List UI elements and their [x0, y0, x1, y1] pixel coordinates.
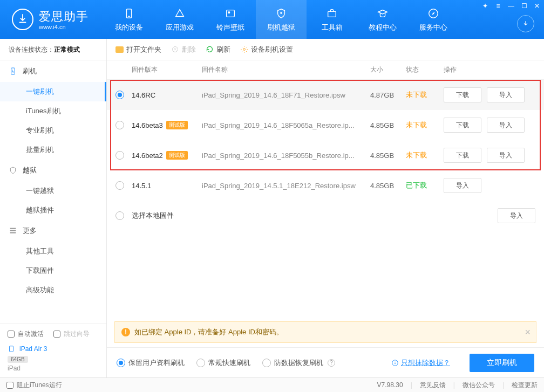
import-button[interactable]: 导入: [444, 178, 481, 193]
erase-only-link[interactable]: 只想抹除数据？: [391, 358, 450, 368]
radio-icon: [196, 359, 205, 367]
sidebar-item-download-firmware[interactable]: 下载固件: [0, 261, 106, 280]
help-icon[interactable]: ?: [328, 359, 335, 367]
sidebar: 设备连接状态：正常模式 刷机 一键刷机 iTunes刷机 专业刷机 批量刷机 越…: [0, 39, 107, 377]
image-icon: [225, 6, 236, 20]
main-panel: 打开文件夹 删除 刷新 设备刷机设置 固件版本 固件名称 大小 状态 操作: [107, 39, 544, 377]
gear-icon: [240, 45, 248, 53]
nav-service[interactable]: 服务中心: [408, 0, 459, 39]
minimize-icon[interactable]: —: [507, 2, 515, 10]
compass-icon: [427, 6, 439, 20]
beta-tag: 测试版: [166, 121, 188, 129]
nav-tutorials[interactable]: 教程中心: [357, 0, 408, 39]
status-cell: 未下载: [406, 120, 444, 130]
svg-rect-8: [10, 228, 16, 229]
import-button[interactable]: 导入: [498, 208, 535, 223]
version-cell: 14.6RC: [132, 91, 202, 99]
nav-my-device[interactable]: 我的设备: [104, 0, 154, 39]
feedback-link[interactable]: 意见反馈: [420, 381, 446, 390]
storage-badge: 64GB: [8, 356, 28, 363]
local-firmware-row[interactable]: 选择本地固件 导入: [107, 201, 544, 231]
firmware-list: 14.6RC iPad_Spring_2019_14.6_18F71_Resto…: [107, 80, 544, 231]
nav-apps[interactable]: 应用游戏: [154, 0, 205, 39]
apple-id-alert: ! 如已绑定 Apple ID，请准备好 Apple ID和密码。 ×: [114, 321, 536, 343]
nav-toolbox[interactable]: 工具箱: [307, 0, 357, 39]
download-button[interactable]: 下载: [444, 148, 481, 163]
download-button[interactable]: [517, 15, 534, 32]
name-cell: iPad_Spring_2019_14.6_18F71_Restore.ipsw: [202, 91, 370, 99]
wechat-link[interactable]: 微信公众号: [463, 381, 495, 390]
size-cell: 4.85GB: [370, 182, 406, 190]
close-icon[interactable]: ✕: [533, 2, 541, 10]
name-cell: iPad_Spring_2019_14.6_18F5065a_Restore.i…: [202, 121, 370, 129]
sidebar-group-jailbreak[interactable]: 越狱: [0, 160, 106, 181]
sidebar-item-advanced[interactable]: 高级功能: [0, 280, 106, 300]
radio-icon[interactable]: [115, 211, 124, 220]
sidebar-group-flash[interactable]: 刷机: [0, 60, 106, 82]
svg-rect-7: [11, 68, 15, 74]
radio-icon[interactable]: [115, 181, 124, 190]
import-button[interactable]: 导入: [487, 148, 525, 163]
graduation-icon: [377, 6, 389, 20]
import-button[interactable]: 导入: [487, 118, 525, 133]
auto-activate-label: 自动激活: [18, 329, 44, 339]
delete-button[interactable]: 删除: [171, 45, 196, 54]
size-cell: 4.85GB: [370, 152, 406, 160]
svg-point-3: [228, 12, 230, 13]
firmware-row[interactable]: 14.6RC iPad_Spring_2019_14.6_18F71_Resto…: [107, 80, 544, 110]
radio-icon[interactable]: [115, 151, 124, 160]
apps-icon: [174, 6, 186, 20]
import-button[interactable]: 导入: [487, 87, 525, 102]
table-header: 固件版本 固件名称 大小 状态 操作: [107, 60, 544, 80]
device-info[interactable]: iPad Air 3: [8, 344, 99, 354]
menu-icon[interactable]: ≡: [494, 2, 502, 10]
skip-guide-checkbox[interactable]: [53, 331, 60, 338]
sidebar-item-batch-flash[interactable]: 批量刷机: [0, 140, 106, 160]
open-folder-button[interactable]: 打开文件夹: [115, 45, 161, 54]
flash-now-button[interactable]: 立即刷机: [470, 354, 534, 372]
radio-icon[interactable]: [115, 121, 124, 129]
option-keep-data[interactable]: 保留用户资料刷机: [117, 358, 185, 368]
svg-rect-9: [10, 230, 16, 231]
maximize-icon[interactable]: ☐: [520, 2, 528, 10]
refresh-icon: [206, 45, 214, 53]
version-cell: 选择本地固件: [132, 211, 202, 221]
status-cell: 已下载: [406, 181, 444, 190]
svg-point-1: [128, 16, 130, 17]
sidebar-item-pro-flash[interactable]: 专业刷机: [0, 121, 106, 140]
alert-close-icon[interactable]: ×: [525, 327, 531, 338]
option-anti-recovery[interactable]: 防数据恢复刷机 ?: [262, 358, 335, 368]
skin-icon[interactable]: ✦: [481, 2, 489, 10]
svg-rect-11: [10, 346, 13, 352]
sidebar-group-more[interactable]: 更多: [0, 220, 106, 242]
nav-ringtones[interactable]: 铃声壁纸: [205, 0, 256, 39]
version-cell: 14.6beta2 测试版: [132, 151, 202, 160]
auto-activate-checkbox[interactable]: [8, 331, 15, 338]
refresh-button[interactable]: 刷新: [206, 45, 230, 54]
name-cell: iPad_Spring_2019_14.5.1_18E212_Restore.i…: [202, 182, 370, 190]
check-update-link[interactable]: 检查更新: [512, 381, 538, 390]
download-button[interactable]: 下载: [444, 87, 481, 102]
phone-icon: [123, 6, 135, 20]
firmware-row[interactable]: 14.6beta2 测试版 iPad_Spring_2019_14.6_18F5…: [107, 140, 544, 170]
device-type: iPad: [8, 365, 99, 372]
sidebar-item-jailbreak-plugins[interactable]: 越狱插件: [0, 201, 106, 220]
main-nav: 我的设备 应用游戏 铃声壁纸 刷机越狱 工具箱 教程中心 服务中心: [104, 0, 459, 39]
flash-settings-button[interactable]: 设备刷机设置: [240, 45, 293, 54]
sidebar-item-other-tools[interactable]: 其他工具: [0, 242, 106, 261]
toolbar: 打开文件夹 删除 刷新 设备刷机设置: [107, 39, 544, 60]
download-button[interactable]: 下载: [444, 118, 481, 133]
sidebar-item-itunes-flash[interactable]: iTunes刷机: [0, 101, 106, 121]
sidebar-item-oneclick-flash[interactable]: 一键刷机: [0, 82, 106, 101]
delete-icon: [171, 45, 179, 53]
sidebar-item-oneclick-jailbreak[interactable]: 一键越狱: [0, 181, 106, 201]
status-cell: 未下载: [406, 90, 444, 100]
more-icon: [9, 226, 17, 235]
firmware-row[interactable]: 14.5.1 iPad_Spring_2019_14.5.1_18E212_Re…: [107, 170, 544, 201]
nav-flash-jailbreak[interactable]: 刷机越狱: [256, 0, 307, 39]
radio-icon[interactable]: [115, 91, 124, 99]
firmware-row[interactable]: 14.6beta3 测试版 iPad_Spring_2019_14.6_18F5…: [107, 110, 544, 140]
name-cell: iPad_Spring_2019_14.6_18F5055b_Restore.i…: [202, 152, 370, 160]
block-itunes-checkbox[interactable]: [6, 382, 13, 389]
option-normal-flash[interactable]: 常规快速刷机: [196, 358, 250, 368]
